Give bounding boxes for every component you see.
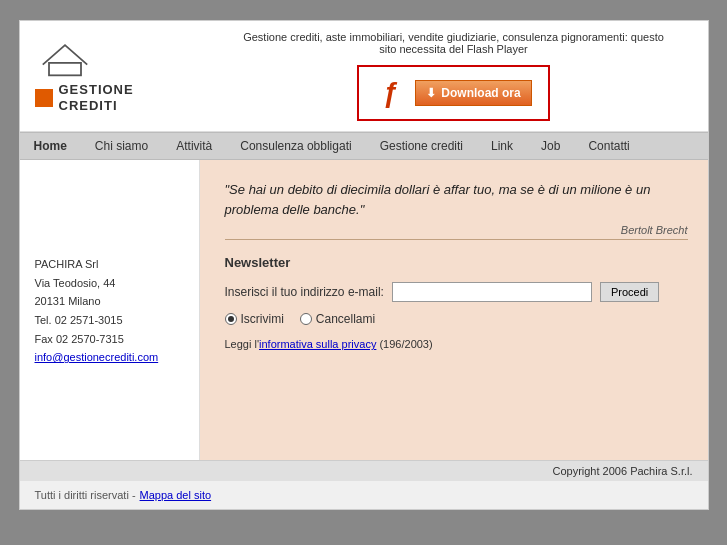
cancellami-option[interactable]: Cancellami bbox=[300, 312, 375, 326]
newsletter-row: Inserisci il tuo indirizzo e-mail: Proce… bbox=[225, 282, 688, 302]
cancellami-radio[interactable] bbox=[300, 313, 312, 325]
download-arrow-icon: ⬇ bbox=[426, 86, 436, 100]
main-window: GESTIONE CREDITI Gestione crediti, aste … bbox=[19, 20, 709, 510]
quote-section: "Se hai un debito di diecimila dollari è… bbox=[225, 180, 688, 219]
header-right: Gestione crediti, aste immobiliari, vend… bbox=[215, 31, 693, 121]
quote-text: "Se hai un debito di diecimila dollari è… bbox=[225, 180, 688, 219]
privacy-link[interactable]: informativa sulla privacy bbox=[259, 338, 376, 350]
bottom-bar: Tutti i diritti riservati - Mappa del si… bbox=[20, 481, 708, 509]
header: GESTIONE CREDITI Gestione crediti, aste … bbox=[20, 21, 708, 132]
nav-item-attivita[interactable]: Attività bbox=[162, 133, 226, 159]
email-label: Inserisci il tuo indirizzo e-mail: bbox=[225, 285, 384, 299]
radio-row: Iscrivimi Cancellami bbox=[225, 312, 688, 326]
copyright: Copyright 2006 Pachira S.r.l. bbox=[552, 465, 692, 477]
nav-item-gestione[interactable]: Gestione crediti bbox=[366, 133, 477, 159]
iscrivimi-option[interactable]: Iscrivimi bbox=[225, 312, 284, 326]
nav-bar: Home Chi siamo Attività Consulenza obbli… bbox=[20, 132, 708, 160]
address-line2: 20131 Milano bbox=[35, 292, 184, 311]
nav-item-home[interactable]: Home bbox=[20, 133, 81, 159]
download-button[interactable]: ⬇ Download ora bbox=[415, 80, 531, 106]
content-area: "Se hai un debito di diecimila dollari è… bbox=[200, 160, 708, 460]
mappa-link[interactable]: Mappa del sito bbox=[140, 489, 212, 501]
divider bbox=[225, 239, 688, 240]
footer-bar: Copyright 2006 Pachira S.r.l. bbox=[20, 460, 708, 481]
svg-rect-0 bbox=[49, 63, 81, 75]
email-link[interactable]: info@gestionecrediti.com bbox=[35, 351, 159, 363]
main-content: PACHIRA Srl Via Teodosio, 44 20131 Milan… bbox=[20, 160, 708, 460]
nav-item-consulenza[interactable]: Consulenza obbligati bbox=[226, 133, 365, 159]
nav-item-contatti[interactable]: Contatti bbox=[574, 133, 643, 159]
sidebar: PACHIRA Srl Via Teodosio, 44 20131 Milan… bbox=[20, 160, 200, 460]
address-line1: Via Teodosio, 44 bbox=[35, 274, 184, 293]
header-message: Gestione crediti, aste immobiliari, vend… bbox=[234, 31, 674, 55]
iscrivimi-radio[interactable] bbox=[225, 313, 237, 325]
fax: Fax 02 2570-7315 bbox=[35, 330, 184, 349]
procedi-button[interactable]: Procedi bbox=[600, 282, 659, 302]
logo-text: GESTIONE CREDITI bbox=[59, 82, 134, 113]
logo-area: GESTIONE CREDITI bbox=[35, 38, 215, 113]
newsletter-title: Newsletter bbox=[225, 255, 688, 270]
email-input[interactable] bbox=[392, 282, 592, 302]
quote-author: Bertolt Brecht bbox=[621, 224, 688, 236]
company-name: PACHIRA Srl bbox=[35, 255, 184, 274]
nav-item-link[interactable]: Link bbox=[477, 133, 527, 159]
logo-orange-box bbox=[35, 89, 53, 107]
nav-item-job[interactable]: Job bbox=[527, 133, 574, 159]
nav-item-chi-siamo[interactable]: Chi siamo bbox=[81, 133, 162, 159]
flash-icon: ƒ bbox=[375, 75, 405, 111]
privacy-text: Leggi l'informativa sulla privacy (196/2… bbox=[225, 338, 688, 350]
house-icon bbox=[35, 38, 95, 78]
phone: Tel. 02 2571-3015 bbox=[35, 311, 184, 330]
bottom-pre: Tutti i diritti riservati - bbox=[35, 489, 136, 501]
logo-text-row: GESTIONE CREDITI bbox=[35, 82, 134, 113]
download-box: ƒ ⬇ Download ora bbox=[357, 65, 549, 121]
